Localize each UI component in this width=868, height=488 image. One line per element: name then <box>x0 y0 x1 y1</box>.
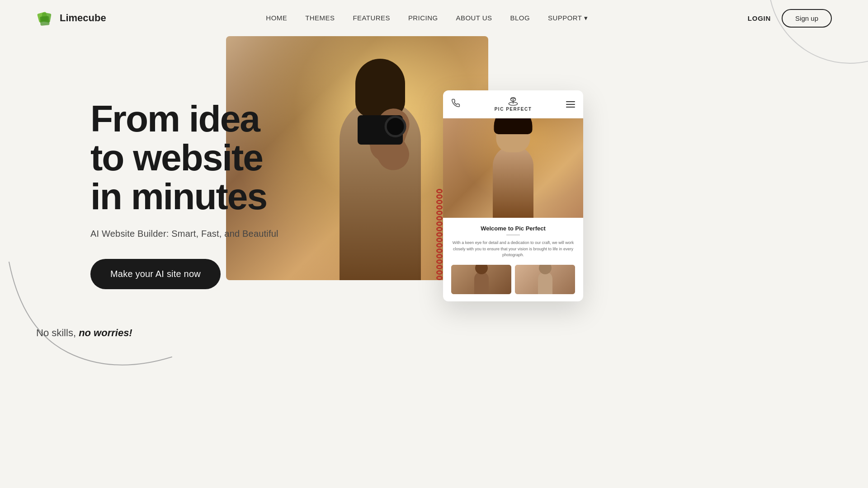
limecube-logo-icon <box>36 9 55 28</box>
website-card: PIC PERFECT <box>443 90 583 301</box>
svg-rect-2 <box>40 16 50 26</box>
card-header: PIC PERFECT <box>443 90 583 118</box>
nav-support[interactable]: SUPPORT ▾ <box>548 14 588 22</box>
nav-right: LOGIN Sign up <box>748 9 832 28</box>
svg-point-6 <box>510 98 515 101</box>
hero-section: From ideato websitein minutes AI Website… <box>0 36 868 375</box>
card-description: With a keen eye for detail and a dedicat… <box>451 240 575 258</box>
svg-point-7 <box>511 98 512 99</box>
card-logo-area: PIC PERFECT <box>495 97 532 112</box>
logo[interactable]: Limecube <box>36 9 106 28</box>
card-thumbnails <box>451 265 575 294</box>
nav-themes[interactable]: THEMES <box>305 14 335 22</box>
brand-name: Limecube <box>60 12 106 24</box>
card-thumb-1 <box>451 265 511 294</box>
card-phone-icon <box>451 99 460 110</box>
card-hero-image <box>443 118 583 218</box>
signup-button[interactable]: Sign up <box>782 9 832 28</box>
nav-features[interactable]: FEATURES <box>353 14 390 22</box>
bottom-text: No skills, no worries! <box>36 327 132 339</box>
hero-text: From ideato websitein minutes AI Website… <box>90 63 316 289</box>
hero-title: From ideato websitein minutes <box>90 99 316 216</box>
card-menu-icon[interactable] <box>566 101 575 108</box>
nav-home[interactable]: HOME <box>266 14 287 22</box>
card-thumb-2 <box>515 265 575 294</box>
card-logo-icon <box>507 97 519 106</box>
card-logo-text: PIC PERFECT <box>495 107 532 112</box>
cta-button[interactable]: Make your AI site now <box>90 259 221 289</box>
card-welcome-text: Welcome to Pic Perfect <box>451 225 575 232</box>
hero-subtitle: AI Website Builder: Smart, Fast, and Bea… <box>90 229 316 239</box>
card-divider <box>506 235 520 235</box>
login-button[interactable]: LOGIN <box>748 14 771 22</box>
navbar: Limecube HOME THEMES FEATURES PRICING AB… <box>0 0 868 36</box>
bottom-text-bold: no worries! <box>79 327 132 338</box>
nav-blog[interactable]: BLOG <box>510 14 530 22</box>
svg-point-8 <box>514 98 515 99</box>
nav-links: HOME THEMES FEATURES PRICING ABOUT US BL… <box>266 14 588 22</box>
hero-images: PIC PERFECT <box>226 36 868 375</box>
nav-about[interactable]: ABOUT US <box>456 14 492 22</box>
nav-pricing[interactable]: PRICING <box>408 14 438 22</box>
bottom-text-plain: No skills, <box>36 327 79 338</box>
svg-point-4 <box>509 102 518 105</box>
card-content: Welcome to Pic Perfect With a keen eye f… <box>443 218 583 301</box>
